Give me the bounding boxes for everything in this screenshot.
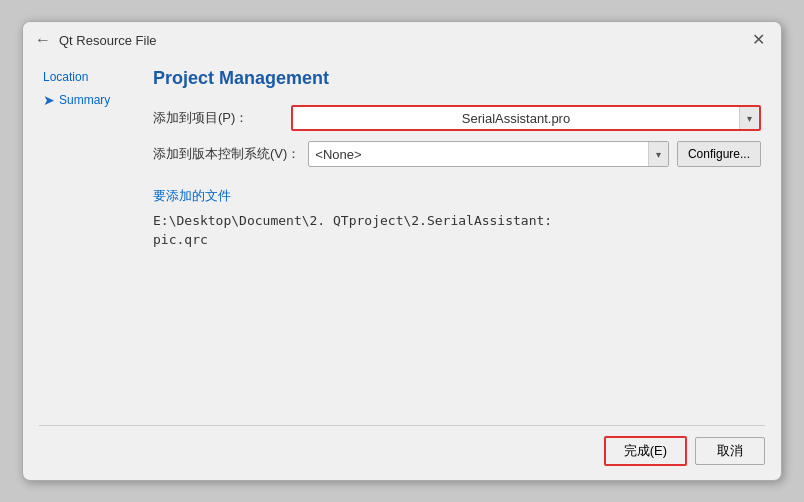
file-name: pic.qrc [153, 232, 761, 247]
main-dialog: ← Qt Resource File ✕ Location ➤ Summary … [22, 21, 782, 481]
sidebar-item-location[interactable]: Location [39, 68, 133, 86]
add-to-vcs-row: 添加到版本控制系统(V)： <None> ▾ Configure... [153, 141, 761, 167]
files-section: 要添加的文件 E:\Desktop\Document\2. QTproject\… [153, 187, 761, 247]
dialog-footer: 完成(E) 取消 [23, 426, 781, 480]
cancel-button[interactable]: 取消 [695, 437, 765, 465]
back-button[interactable]: ← [35, 31, 51, 49]
add-to-project-combo[interactable]: SerialAssistant.pro ▾ [291, 105, 761, 131]
close-button[interactable]: ✕ [748, 30, 769, 50]
add-to-project-dropdown-arrow[interactable]: ▾ [739, 107, 759, 129]
title-bar: ← Qt Resource File ✕ [23, 22, 781, 54]
configure-button[interactable]: Configure... [677, 141, 761, 167]
add-to-vcs-label: 添加到版本控制系统(V)： [153, 145, 300, 163]
finish-button[interactable]: 完成(E) [604, 436, 687, 466]
main-content: Project Management 添加到项目(P)： SerialAssis… [143, 58, 781, 425]
add-to-project-value: SerialAssistant.pro [293, 108, 739, 129]
add-to-project-label: 添加到项目(P)： [153, 109, 283, 127]
dialog-title: Qt Resource File [59, 33, 157, 48]
section-title: Project Management [153, 68, 761, 89]
dialog-body: Location ➤ Summary Project Management 添加… [23, 54, 781, 425]
summary-label: Summary [59, 93, 110, 107]
sidebar-item-summary[interactable]: ➤ Summary [39, 90, 133, 110]
add-to-vcs-value: <None> [309, 144, 648, 165]
title-bar-left: ← Qt Resource File [35, 31, 157, 49]
files-title: 要添加的文件 [153, 187, 761, 205]
location-label: Location [43, 70, 88, 84]
sidebar: Location ➤ Summary [23, 58, 143, 425]
add-to-project-row: 添加到项目(P)： SerialAssistant.pro ▾ [153, 105, 761, 131]
file-path: E:\Desktop\Document\2. QTproject\2.Seria… [153, 213, 761, 228]
add-to-vcs-select[interactable]: <None> ▾ [308, 141, 669, 167]
arrow-icon: ➤ [43, 92, 55, 108]
add-to-vcs-dropdown-arrow[interactable]: ▾ [648, 142, 668, 166]
